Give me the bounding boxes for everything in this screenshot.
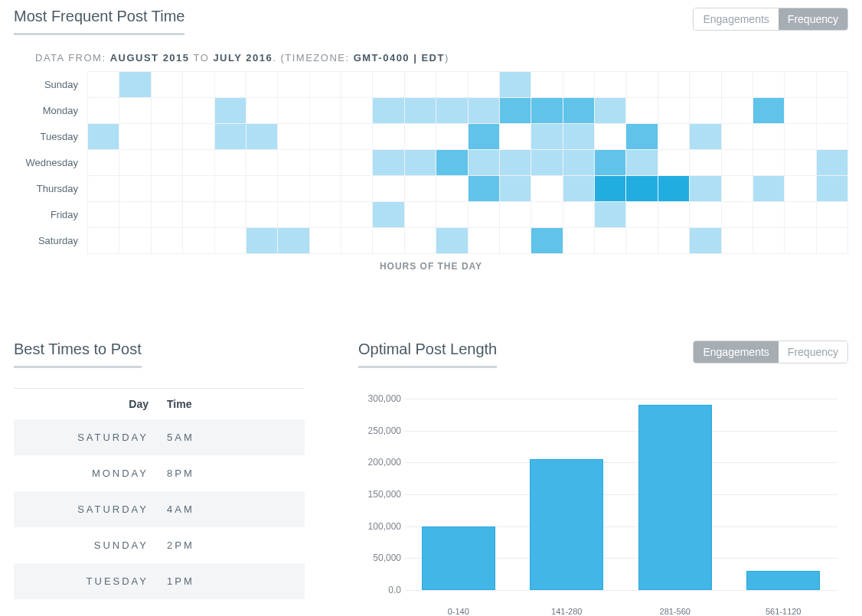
heatmap-cell[interactable] bbox=[119, 176, 151, 201]
heatmap-cell[interactable] bbox=[183, 150, 214, 175]
heatmap-cell[interactable] bbox=[817, 228, 848, 253]
heatmap-cell[interactable] bbox=[310, 176, 341, 201]
heatmap-cell[interactable] bbox=[341, 72, 373, 97]
heatmap-cell[interactable] bbox=[215, 150, 247, 175]
heatmap-cell[interactable] bbox=[563, 72, 595, 97]
heatmap-cell[interactable] bbox=[183, 72, 214, 97]
heatmap-cell[interactable] bbox=[753, 98, 785, 123]
heatmap-cell[interactable] bbox=[753, 150, 785, 175]
heatmap-cell[interactable] bbox=[405, 176, 436, 201]
heatmap-cell[interactable] bbox=[341, 202, 373, 227]
heatmap-cell[interactable] bbox=[785, 98, 816, 123]
heatmap-cell[interactable] bbox=[785, 72, 816, 97]
heatmap-cell[interactable] bbox=[373, 72, 404, 97]
heatmap-cell[interactable] bbox=[183, 98, 214, 123]
heatmap-cell[interactable] bbox=[785, 176, 816, 201]
heatmap-cell[interactable] bbox=[690, 72, 721, 97]
heatmap-cell[interactable] bbox=[563, 176, 595, 201]
heatmap-cell[interactable] bbox=[88, 202, 119, 227]
heatmap-cell[interactable] bbox=[469, 72, 500, 97]
heatmap-cell[interactable] bbox=[595, 202, 626, 227]
heatmap-cell[interactable] bbox=[469, 124, 500, 149]
heatmap-cell[interactable] bbox=[722, 72, 753, 97]
heatmap-cell[interactable] bbox=[247, 72, 278, 97]
frequency-toggle[interactable]: Frequency bbox=[779, 8, 847, 30]
heatmap-cell[interactable] bbox=[183, 124, 214, 149]
heatmap-cell[interactable] bbox=[152, 124, 183, 149]
heatmap-cell[interactable] bbox=[152, 98, 183, 123]
heatmap-cell[interactable] bbox=[88, 228, 119, 253]
heatmap-cell[interactable] bbox=[722, 176, 753, 201]
heatmap-cell[interactable] bbox=[341, 150, 373, 175]
heatmap-cell[interactable] bbox=[595, 176, 626, 201]
heatmap-cell[interactable] bbox=[119, 72, 151, 97]
heatmap-cell[interactable] bbox=[626, 72, 658, 97]
heatmap-cell[interactable] bbox=[658, 228, 690, 253]
heatmap-cell[interactable] bbox=[247, 150, 278, 175]
heatmap-cell[interactable] bbox=[531, 72, 563, 97]
heatmap-cell[interactable] bbox=[500, 150, 531, 175]
heatmap-cell[interactable] bbox=[152, 228, 183, 253]
heatmap-cell[interactable] bbox=[373, 202, 404, 227]
heatmap-cell[interactable] bbox=[119, 228, 151, 253]
heatmap-cell[interactable] bbox=[690, 150, 721, 175]
heatmap-cell[interactable] bbox=[247, 124, 278, 149]
heatmap-cell[interactable] bbox=[817, 176, 848, 201]
heatmap-cell[interactable] bbox=[500, 72, 531, 97]
heatmap-cell[interactable] bbox=[531, 124, 563, 149]
heatmap-cell[interactable] bbox=[152, 202, 183, 227]
heatmap-cell[interactable] bbox=[247, 202, 278, 227]
heatmap-cell[interactable] bbox=[215, 124, 247, 149]
heatmap-cell[interactable] bbox=[310, 202, 341, 227]
heatmap-cell[interactable] bbox=[469, 228, 500, 253]
heatmap-cell[interactable] bbox=[278, 228, 309, 253]
heatmap-cell[interactable] bbox=[595, 150, 626, 175]
heatmap-cell[interactable] bbox=[341, 98, 373, 123]
heatmap-cell[interactable] bbox=[215, 202, 247, 227]
heatmap-cell[interactable] bbox=[563, 202, 595, 227]
heatmap-cell[interactable] bbox=[215, 228, 247, 253]
heatmap-cell[interactable] bbox=[310, 228, 341, 253]
heatmap-cell[interactable] bbox=[722, 228, 753, 253]
heatmap-cell[interactable] bbox=[785, 150, 816, 175]
heatmap-cell[interactable] bbox=[88, 98, 119, 123]
heatmap-cell[interactable] bbox=[183, 202, 214, 227]
heatmap-cell[interactable] bbox=[341, 176, 373, 201]
heatmap-cell[interactable] bbox=[817, 72, 848, 97]
heatmap-cell[interactable] bbox=[247, 98, 278, 123]
heatmap-cell[interactable] bbox=[722, 202, 753, 227]
heatmap-cell[interactable] bbox=[436, 98, 468, 123]
heatmap-cell[interactable] bbox=[436, 202, 468, 227]
heatmap-cell[interactable] bbox=[405, 150, 436, 175]
heatmap-cell[interactable] bbox=[595, 124, 626, 149]
optimal-engagements-toggle[interactable]: Engagements bbox=[694, 341, 778, 363]
heatmap-cell[interactable] bbox=[469, 176, 500, 201]
heatmap-cell[interactable] bbox=[817, 150, 848, 175]
heatmap-cell[interactable] bbox=[436, 72, 468, 97]
heatmap-cell[interactable] bbox=[278, 98, 309, 123]
chart-bar[interactable] bbox=[422, 526, 495, 590]
heatmap-cell[interactable] bbox=[436, 150, 468, 175]
heatmap-cell[interactable] bbox=[595, 228, 626, 253]
heatmap-cell[interactable] bbox=[373, 124, 404, 149]
chart-bar[interactable] bbox=[530, 459, 603, 590]
heatmap-cell[interactable] bbox=[690, 202, 721, 227]
heatmap-cell[interactable] bbox=[310, 124, 341, 149]
heatmap-cell[interactable] bbox=[722, 150, 753, 175]
heatmap-cell[interactable] bbox=[436, 228, 468, 253]
heatmap-cell[interactable] bbox=[626, 124, 658, 149]
chart-bar[interactable] bbox=[746, 571, 820, 590]
heatmap-cell[interactable] bbox=[119, 202, 151, 227]
heatmap-cell[interactable] bbox=[119, 150, 151, 175]
optimal-frequency-toggle[interactable]: Frequency bbox=[779, 341, 847, 363]
heatmap-cell[interactable] bbox=[817, 124, 848, 149]
heatmap-cell[interactable] bbox=[183, 176, 214, 201]
heatmap-cell[interactable] bbox=[500, 176, 531, 201]
heatmap-cell[interactable] bbox=[817, 202, 848, 227]
heatmap-cell[interactable] bbox=[278, 202, 309, 227]
heatmap-cell[interactable] bbox=[215, 72, 247, 97]
heatmap-cell[interactable] bbox=[500, 228, 531, 253]
heatmap-cell[interactable] bbox=[341, 228, 373, 253]
heatmap-cell[interactable] bbox=[690, 176, 721, 201]
heatmap-cell[interactable] bbox=[626, 228, 658, 253]
